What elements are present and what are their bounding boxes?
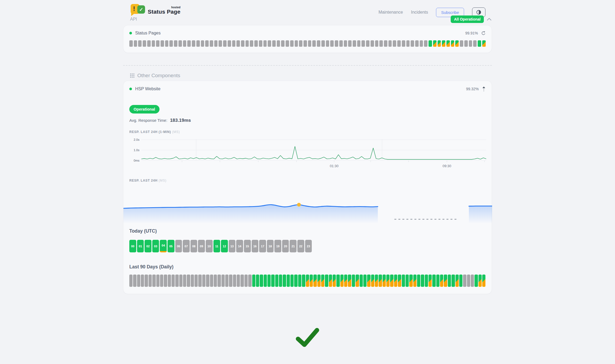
daily-uptime-bar[interactable] [217,275,221,287]
nav-incidents[interactable]: Incidents [411,10,428,15]
daily-uptime-bar[interactable] [210,275,213,287]
daily-uptime-bar[interactable] [467,275,470,287]
daily-uptime-bar[interactable] [214,275,217,287]
daily-uptime-bar[interactable] [421,275,424,287]
daily-uptime-bar[interactable] [451,275,455,287]
uptime-bar[interactable] [361,40,365,47]
hour-block[interactable]: 19 [274,240,281,252]
hour-block[interactable]: 16 [252,240,259,252]
uptime-bar[interactable] [187,40,191,47]
daily-uptime-bar[interactable] [156,275,159,287]
uptime-bar[interactable] [161,40,164,47]
daily-uptime-bar[interactable] [371,275,374,287]
refresh-icon[interactable] [481,31,486,36]
uptime-bar[interactable] [290,40,294,47]
daily-uptime-bar[interactable] [448,275,451,287]
uptime-bar[interactable] [134,40,137,47]
daily-uptime-bar[interactable] [398,275,401,287]
hour-block[interactable]: 00 [129,240,136,252]
logo[interactable]: ! ✓ hosted Status Page [131,3,180,16]
uptime-bar[interactable] [232,40,236,47]
chart-marker-dot[interactable] [297,203,301,207]
uptime-bar[interactable] [326,40,329,47]
daily-uptime-bar[interactable] [244,275,248,287]
uptime-bar[interactable] [277,40,280,47]
daily-uptime-bar[interactable] [248,275,251,287]
hour-block[interactable]: 11 [213,240,220,252]
uptime-bar[interactable] [348,40,352,47]
daily-uptime-bar[interactable] [183,275,186,287]
daily-uptime-bar[interactable] [298,275,301,287]
uptime-bar[interactable] [246,40,249,47]
uptime-bar[interactable] [357,40,361,47]
daily-uptime-bar[interactable] [260,275,263,287]
uptime-bar[interactable] [429,40,432,47]
hour-block[interactable]: 07 [183,240,190,252]
uptime-bar[interactable] [312,40,316,47]
uptime-bar[interactable] [210,40,213,47]
daily-uptime-bar[interactable] [406,275,409,287]
uptime-bar[interactable] [460,40,463,47]
hour-block[interactable]: 05 [168,240,174,252]
uptime-bar[interactable] [411,40,414,47]
nav-maintenance[interactable]: Maintenance [379,10,403,15]
daily-uptime-bar[interactable] [474,275,478,287]
uptime-bar[interactable] [375,40,379,47]
daily-uptime-bar[interactable] [256,275,259,287]
daily-uptime-bar[interactable] [237,275,240,287]
daily-uptime-bar[interactable] [333,275,336,287]
daily-uptime-bar[interactable] [329,275,332,287]
daily-uptime-bar[interactable] [432,275,435,287]
daily-uptime-bar[interactable] [279,275,282,287]
uptime-bar[interactable] [482,40,486,47]
hour-block[interactable]: 15 [244,240,251,252]
uptime-bar[interactable] [254,40,258,47]
daily-uptime-bar[interactable] [275,275,278,287]
uptime-bar[interactable] [165,40,169,47]
uptime-bar[interactable] [384,40,387,47]
uptime-bar[interactable] [464,40,468,47]
uptime-bar[interactable] [317,40,320,47]
hour-block[interactable]: 17 [259,240,266,252]
uptime-bar[interactable] [286,40,289,47]
daily-uptime-bar[interactable] [402,275,405,287]
uptime-bar[interactable] [228,40,231,47]
uptime-bar[interactable] [169,40,173,47]
daily-uptime-bar[interactable] [152,275,155,287]
uptime-bar[interactable] [478,40,481,47]
hour-block[interactable]: 09 [198,240,205,252]
daily-uptime-bar[interactable] [394,275,397,287]
daily-uptime-bar[interactable] [325,275,328,287]
daily-uptime-bar[interactable] [233,275,236,287]
uptime-bar[interactable] [424,40,427,47]
daily-uptime-bar[interactable] [344,275,347,287]
daily-uptime-bar[interactable] [429,275,432,287]
uptime-bar[interactable] [303,40,307,47]
daily-uptime-bar[interactable] [436,275,439,287]
daily-uptime-bar[interactable] [352,275,355,287]
uptime-bar[interactable] [129,40,133,47]
uptime-bar[interactable] [406,40,410,47]
uptime-bar[interactable] [143,40,146,47]
daily-uptime-bar[interactable] [478,275,482,287]
hour-block[interactable]: 20 [282,240,289,252]
daily-uptime-bar[interactable] [336,275,340,287]
daily-uptime-bar[interactable] [191,275,194,287]
daily-uptime-bar[interactable] [367,275,370,287]
daily-uptime-bar[interactable] [294,275,297,287]
uptime-bar[interactable] [295,40,298,47]
uptime-bar[interactable] [236,40,240,47]
hour-block[interactable]: 13 [229,240,236,252]
daily-uptime-bar[interactable] [137,275,140,287]
response-time-chart[interactable]: 2.0s1.0s0ms01:3009:30 [129,136,486,172]
daily-uptime-bar[interactable] [425,275,428,287]
hour-block[interactable]: 01 [137,240,144,252]
uptime-bar[interactable] [201,40,204,47]
daily-uptime-bar[interactable] [141,275,144,287]
daily-uptime-bar[interactable] [317,275,321,287]
daily-uptime-bar[interactable] [482,275,485,287]
daily-uptime-bar[interactable] [321,275,324,287]
uptime-bar[interactable] [366,40,369,47]
uptime-bar[interactable] [299,40,302,47]
daily-uptime-bar[interactable] [225,275,228,287]
